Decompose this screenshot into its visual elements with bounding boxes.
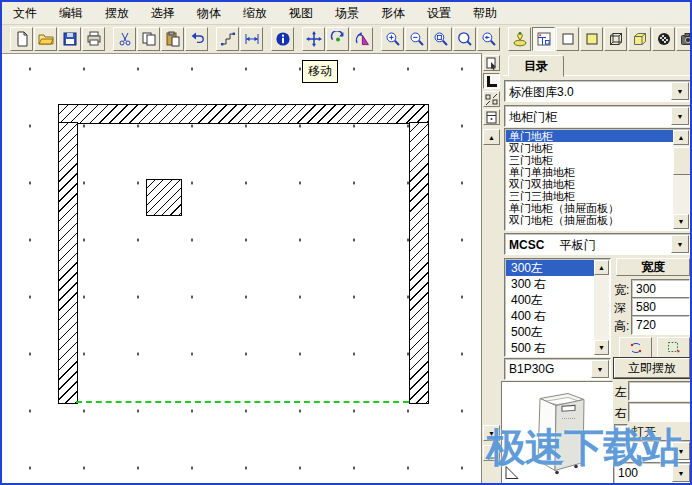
catalog-item[interactable]: 三门地柜 bbox=[506, 154, 673, 166]
select-icon bbox=[485, 57, 498, 70]
swap-dims-button[interactable] bbox=[619, 337, 652, 358]
zoom-region-button[interactable] bbox=[429, 27, 452, 51]
room-wall-top[interactable] bbox=[58, 104, 429, 124]
catalog-item[interactable]: 双门双抽地柜 bbox=[506, 178, 673, 190]
drawing-canvas[interactable]: 移动 bbox=[2, 53, 481, 484]
menu-shape[interactable]: 形体 bbox=[370, 2, 416, 25]
catalog-item[interactable]: 单门单抽地柜 bbox=[506, 166, 673, 178]
print-button[interactable] bbox=[82, 27, 105, 51]
open-checkbox[interactable] bbox=[614, 424, 628, 438]
menu-edit[interactable]: 编辑 bbox=[48, 2, 94, 25]
zoom-previous-button[interactable] bbox=[477, 27, 500, 51]
place-now-button[interactable]: 立即摆放 bbox=[614, 358, 690, 378]
measure-button[interactable] bbox=[240, 27, 263, 51]
catalog-scrollbar[interactable]: ▲ ▼ bbox=[673, 130, 689, 229]
save-button[interactable] bbox=[58, 27, 81, 51]
menu-object[interactable]: 物体 bbox=[186, 2, 232, 25]
strip-scroll-up-button[interactable]: ▲ bbox=[483, 129, 500, 145]
scale-select[interactable]: 100 ▼ bbox=[613, 462, 692, 484]
scroll-down-button[interactable]: ▼ bbox=[594, 340, 609, 355]
scroll-down-button[interactable]: ▼ bbox=[673, 214, 689, 229]
menu-view[interactable]: 视图 bbox=[278, 2, 324, 25]
width-button[interactable]: 宽度 bbox=[616, 258, 690, 276]
wireframe-2d-button[interactable] bbox=[556, 27, 579, 51]
zoom-in-button[interactable] bbox=[381, 27, 404, 51]
camera-button[interactable] bbox=[676, 27, 692, 51]
strip-corner-button[interactable] bbox=[483, 445, 500, 461]
scroll-up-button[interactable]: ▲ bbox=[673, 130, 689, 145]
zoom-out-button[interactable] bbox=[405, 27, 428, 51]
zoom-all-button[interactable] bbox=[453, 27, 476, 51]
solid-3d-button[interactable] bbox=[628, 27, 651, 51]
cabinet-tool-button[interactable] bbox=[483, 109, 500, 125]
tab-catalog[interactable]: 目录 bbox=[508, 55, 564, 77]
size-item[interactable]: 400 右 bbox=[506, 308, 594, 324]
strip-scroll-down-button[interactable]: ▼ bbox=[483, 425, 500, 441]
material-button[interactable] bbox=[652, 27, 675, 51]
dropdown-arrow-icon[interactable]: ▼ bbox=[672, 442, 690, 460]
left-offset-input[interactable] bbox=[628, 381, 692, 401]
menu-select[interactable]: 选择 bbox=[140, 2, 186, 25]
paste-button[interactable] bbox=[161, 27, 184, 51]
dimension-tool-button[interactable] bbox=[483, 91, 500, 107]
polyline-button[interactable] bbox=[216, 27, 239, 51]
menu-help[interactable]: 帮助 bbox=[462, 2, 508, 25]
height-input[interactable] bbox=[631, 315, 690, 335]
menu-place[interactable]: 摆放 bbox=[94, 2, 140, 25]
wireframe-3d-button[interactable] bbox=[604, 27, 627, 51]
menu-zoom[interactable]: 缩放 bbox=[232, 2, 278, 25]
plan-view-icon bbox=[536, 31, 552, 47]
width-input[interactable] bbox=[631, 279, 690, 299]
solid-2d-button[interactable] bbox=[580, 27, 603, 51]
cut-button[interactable] bbox=[113, 27, 136, 51]
size-scrollbar[interactable]: ▲ ▼ bbox=[594, 260, 609, 355]
select-tool-button[interactable] bbox=[483, 55, 500, 71]
depth-input[interactable] bbox=[631, 297, 690, 317]
catalog-item[interactable]: 三门三抽地柜 bbox=[506, 190, 673, 202]
placed-cabinet-plan[interactable] bbox=[146, 179, 182, 216]
door-style-select[interactable]: MCSC 平板门 ▼ bbox=[504, 233, 691, 255]
plan-view-button[interactable] bbox=[532, 27, 555, 51]
dropdown-arrow-icon[interactable]: ▼ bbox=[591, 360, 609, 378]
info-button[interactable] bbox=[271, 27, 294, 51]
room-open-edge[interactable] bbox=[76, 401, 409, 403]
mirror-button[interactable] bbox=[350, 27, 373, 51]
menu-settings[interactable]: 设置 bbox=[416, 2, 462, 25]
menu-scene[interactable]: 场景 bbox=[324, 2, 370, 25]
size-item[interactable]: 500左 bbox=[506, 324, 594, 340]
dropdown-arrow-icon[interactable]: ▼ bbox=[672, 464, 690, 482]
open-button[interactable] bbox=[34, 27, 57, 51]
placement-select[interactable]: ▼ bbox=[613, 440, 692, 462]
copy-button[interactable] bbox=[137, 27, 160, 51]
size-item[interactable]: 300左 bbox=[506, 260, 594, 276]
new-button[interactable] bbox=[10, 27, 33, 51]
dropdown-arrow-icon[interactable]: ▼ bbox=[671, 235, 689, 253]
undo-button[interactable] bbox=[185, 27, 208, 51]
scrollbar-thumb[interactable] bbox=[673, 147, 691, 175]
size-item[interactable]: 500 右 bbox=[506, 340, 594, 355]
room-wall-right[interactable] bbox=[409, 122, 429, 404]
room-wall-left[interactable] bbox=[58, 122, 78, 404]
rotate-button[interactable] bbox=[326, 27, 349, 51]
catalog-item[interactable]: 单门地柜（抽屉面板） bbox=[506, 202, 673, 214]
scroll-up-button[interactable]: ▲ bbox=[594, 260, 609, 275]
size-listbox: 300左 300 右 400左 400 右 500左 500 右 ▲ ▼ bbox=[504, 258, 611, 357]
right-offset-input[interactable] bbox=[628, 402, 692, 422]
wall-tool-button[interactable] bbox=[483, 73, 500, 89]
size-item[interactable]: 300 右 bbox=[506, 276, 594, 292]
dropdown-arrow-icon[interactable]: ▼ bbox=[671, 107, 689, 125]
scene-view-button[interactable] bbox=[508, 27, 531, 51]
menu-file[interactable]: 文件 bbox=[2, 2, 48, 25]
catalog-item[interactable]: 双门地柜 bbox=[506, 142, 673, 154]
model-select[interactable]: B1P30G ▼ bbox=[504, 358, 611, 380]
move-button[interactable] bbox=[302, 27, 325, 51]
catalog-item[interactable]: 双门地柜（抽屉面板） bbox=[506, 214, 673, 226]
catalog-item[interactable]: 单门地柜 bbox=[506, 130, 673, 142]
library-select[interactable]: 标准图库3.0 ▼ bbox=[504, 80, 691, 102]
size-item[interactable]: 400左 bbox=[506, 292, 594, 308]
filled-rect-icon bbox=[584, 31, 600, 47]
category-select[interactable]: 地柜门柜 ▼ bbox=[504, 105, 691, 127]
fit-selection-button[interactable] bbox=[657, 337, 690, 358]
dropdown-arrow-icon[interactable]: ▼ bbox=[671, 82, 689, 100]
right-offset-label: 右 bbox=[615, 405, 627, 422]
